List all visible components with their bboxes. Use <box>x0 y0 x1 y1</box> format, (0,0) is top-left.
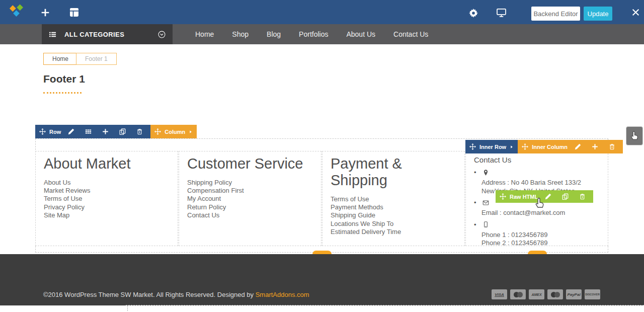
contact-address-line1: Address : No 40 Baria Sreet 133/2 <box>481 179 600 187</box>
duplicate-row-icon[interactable] <box>116 128 129 135</box>
menu-item-blog[interactable]: Blog <box>267 30 281 38</box>
link-terms-of-use[interactable]: Terms of Use <box>44 195 170 203</box>
move-inner-row-icon[interactable] <box>469 143 476 150</box>
link-compensation-first[interactable]: Compensation First <box>187 187 313 195</box>
designer-link[interactable]: SmartAddons.com <box>256 291 309 298</box>
inner-column-label[interactable]: Inner Column <box>532 144 568 150</box>
all-categories-menu[interactable]: ALL CATEGORIES <box>42 24 173 44</box>
link-payment-methods[interactable]: Payment Methods <box>331 203 456 211</box>
footer-column-about-market: About Market About Us Market Reviews Ter… <box>35 151 178 246</box>
link-terms-of-use[interactable]: Terms of Use <box>331 195 456 203</box>
contact-address-item: • <box>474 169 600 176</box>
inner-row-toolbar: Inner Row Inner Column <box>465 140 623 153</box>
add-element-icon[interactable] <box>41 8 50 17</box>
delete-element-icon[interactable] <box>576 193 589 200</box>
templates-icon[interactable] <box>69 8 79 17</box>
phone-icon <box>482 221 489 228</box>
edit-row-icon[interactable] <box>64 128 78 135</box>
mastercard-badge <box>510 289 526 299</box>
contact-title: Contact Us <box>474 155 600 164</box>
breadcrumb-tab-footer1[interactable]: Footer 1 <box>76 53 117 65</box>
contact-phone-item: • <box>474 221 600 228</box>
link-return-policy[interactable]: Return Policy <box>187 203 313 211</box>
gear-icon[interactable] <box>469 9 478 18</box>
list-bullet: • <box>474 221 476 228</box>
move-column-icon[interactable] <box>154 128 161 135</box>
side-panel-toggle-button[interactable] <box>626 126 643 145</box>
contact-phone2: Phone 2 : 0123456789 <box>481 239 600 248</box>
list-bullet: • <box>474 199 476 206</box>
chevron-right-icon[interactable] <box>189 129 193 134</box>
column-title: About Market <box>44 155 170 172</box>
menu-item-portfolios[interactable]: Portfolios <box>299 30 328 38</box>
menu-item-contact-us[interactable]: Contact Us <box>393 30 428 38</box>
visa-badge: VISA <box>492 289 507 299</box>
main-menu: Home Shop Blog Portfolios About Us Conta… <box>195 24 428 44</box>
add-element-bump[interactable] <box>312 251 332 254</box>
inner-row-control[interactable]: Inner Row <box>465 140 518 153</box>
add-element-bump[interactable] <box>528 251 547 254</box>
hamburger-icon <box>48 31 57 38</box>
frontend-preview-monitor-icon[interactable] <box>496 8 507 18</box>
contact-email: Email : contact@market.com <box>481 209 600 217</box>
link-shipping-guide[interactable]: Shipping Guide <box>331 211 456 219</box>
chevron-down-icon[interactable] <box>157 31 166 38</box>
link-site-map[interactable]: Site Map <box>44 211 170 219</box>
backend-editor-button[interactable]: Backend Editor <box>531 7 580 21</box>
location-icon <box>482 169 489 176</box>
mouse-cursor <box>534 197 545 210</box>
builder-row-bottom-tick <box>127 305 128 311</box>
builder-row-bottom-outline <box>126 305 644 305</box>
move-element-icon[interactable] <box>500 193 506 200</box>
row-toolbar: Row Column <box>35 125 197 138</box>
footer-column-payment-shipping: Payment & Shipping Terms of Use Payment … <box>322 151 465 246</box>
menu-item-home[interactable]: Home <box>195 30 214 38</box>
link-market-reviews[interactable]: Market Reviews <box>44 187 170 195</box>
column-title: Payment & Shipping <box>331 155 456 189</box>
column-control[interactable]: Column <box>150 125 197 138</box>
add-to-inner-column-icon[interactable] <box>588 143 602 150</box>
delete-inner-column-icon[interactable] <box>605 143 619 150</box>
inner-column-control[interactable]: Inner Column <box>518 140 623 153</box>
move-row-icon[interactable] <box>39 128 46 135</box>
maestro-badge <box>547 289 563 299</box>
menu-item-about-us[interactable]: About Us <box>346 30 375 38</box>
row-label[interactable]: Row <box>49 129 61 135</box>
wpbakery-logo-icon <box>9 4 25 20</box>
column-links: Shipping Policy Compensation First My Ac… <box>187 179 313 219</box>
chevron-right-icon[interactable] <box>510 144 514 149</box>
duplicate-element-icon[interactable] <box>558 193 572 200</box>
link-my-account[interactable]: My Account <box>187 195 313 203</box>
close-icon[interactable] <box>631 8 640 17</box>
column-links: Terms of Use Payment Methods Shipping Gu… <box>331 195 456 236</box>
breadcrumb-tab-home[interactable]: Home <box>43 53 77 65</box>
link-privacy-policy[interactable]: Privacy Policy <box>44 203 170 211</box>
main-navbar: ALL CATEGORIES Home Shop Blog Portfolios… <box>0 24 644 44</box>
footer-column-customer-service: Customer Service Shipping Policy Compens… <box>179 151 321 246</box>
payment-methods: VISA AMEX PayPal DISCOVER <box>492 289 600 299</box>
copyright-prefix: ©2016 WordPress Theme SW Market. All Rig… <box>43 291 256 298</box>
link-shipping-policy[interactable]: Shipping Policy <box>187 179 313 187</box>
copyright-text: ©2016 WordPress Theme SW Market. All Rig… <box>43 291 309 298</box>
link-about-us[interactable]: About Us <box>44 179 170 187</box>
paypal-badge: PayPal <box>566 289 582 299</box>
link-estimated-delivery-time[interactable]: Estimated Delivery Time <box>331 228 456 236</box>
amex-badge: AMEX <box>529 289 544 299</box>
move-inner-column-icon[interactable] <box>522 143 528 150</box>
page-title: Footer 1 <box>43 73 85 85</box>
add-to-row-icon[interactable] <box>99 128 112 135</box>
email-icon <box>482 199 489 206</box>
link-locations-we-ship-to[interactable]: Locations We Ship To <box>331 220 456 228</box>
menu-item-shop[interactable]: Shop <box>232 30 249 38</box>
delete-row-icon[interactable] <box>133 128 146 135</box>
column-label[interactable]: Column <box>165 129 185 135</box>
link-contact-us[interactable]: Contact Us <box>187 211 313 219</box>
hand-pointer-icon <box>630 131 639 141</box>
raw-html-label[interactable]: Raw HTML <box>510 194 538 200</box>
inner-row-label[interactable]: Inner Row <box>479 144 506 150</box>
update-button[interactable]: Update <box>584 7 612 21</box>
discover-badge: DISCOVER <box>585 289 600 299</box>
all-categories-label: ALL CATEGORIES <box>64 31 157 38</box>
row-layout-icon[interactable] <box>82 128 95 135</box>
edit-inner-column-icon[interactable] <box>571 143 585 150</box>
